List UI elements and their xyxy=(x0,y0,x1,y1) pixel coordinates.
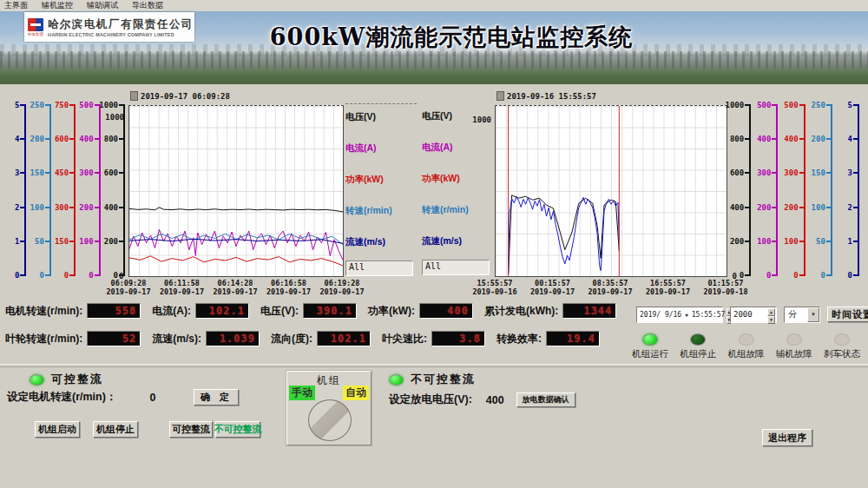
axis-tick-label: 500 xyxy=(757,101,771,109)
set-voltage-label: 设定放电电压(V): xyxy=(389,392,472,407)
axis-tick xyxy=(853,241,859,242)
legend-items: 电压(V)电流(A)功率(kW)转速(r/min)流速(m/s) xyxy=(345,104,417,248)
time-unit-value: 分 xyxy=(788,308,797,320)
confirm-button[interactable]: 确 定 xyxy=(194,389,239,406)
legend-all-selector[interactable]: All xyxy=(345,260,413,276)
unit-button[interactable]: 机组停止 xyxy=(93,421,138,438)
chart-canvas xyxy=(129,106,343,276)
legend-item[interactable]: 功率(kW) xyxy=(422,173,493,185)
plot-area-right[interactable]: 0 xyxy=(495,105,727,277)
menu-item[interactable]: 导出数据 xyxy=(132,0,163,11)
axis-tick xyxy=(826,104,832,106)
time-set-button[interactable]: 时间设置 xyxy=(827,307,868,322)
time-controls: 2019/ 9/16 ▼ 15:55:57 ▲▼ 2000 ▲▼ 分 ▼ 时间设… xyxy=(636,306,868,323)
legend-item[interactable]: 功率(kW) xyxy=(345,174,417,186)
legend-item[interactable]: 转速(r/min) xyxy=(345,205,417,217)
y-axis: 543210 xyxy=(5,105,30,275)
readout-field: 累计发电(kWh):1344 xyxy=(484,303,616,319)
axis-tick-label: 4 xyxy=(848,135,852,143)
y-axis: 543210 xyxy=(836,105,863,275)
legend-item[interactable]: 电压(V) xyxy=(345,111,417,123)
x-tick-time: 15:55:57 xyxy=(472,279,516,287)
readout-field: 电流(A):102.1 xyxy=(152,303,249,319)
duration-spinner[interactable]: ▲▼ xyxy=(767,308,775,321)
set-voltage-line: 设定放电电压(V): 400 放电数据确认 xyxy=(389,392,575,407)
axis-tick xyxy=(772,138,778,140)
set-voltage-value[interactable]: 400 xyxy=(486,394,504,406)
dropdown-arrow-icon[interactable]: ▼ xyxy=(683,312,690,318)
led-display: 52 xyxy=(87,331,141,346)
x-tick-time: 08:35:57 xyxy=(588,279,632,287)
menu-item[interactable]: 主界面 xyxy=(4,0,28,11)
axis-line xyxy=(749,105,751,275)
plot-area-left[interactable]: 1000 0 xyxy=(128,105,344,277)
axis-tick-label: 500 xyxy=(79,101,93,109)
axis-tick-label: 0 xyxy=(848,271,852,280)
menu-item[interactable]: 辅机监控 xyxy=(42,0,73,11)
status-label: 机组停止 xyxy=(680,348,716,360)
status-light: 刹车状态 xyxy=(819,333,865,360)
axis-tick xyxy=(799,138,806,140)
axis-tick-label: 100 xyxy=(30,203,44,212)
chart-legend-left: 电压(V)电流(A)功率(kW)转速(r/min)流速(m/s) All xyxy=(345,103,417,278)
axis-tick xyxy=(745,172,751,174)
axis-tick-label: 600 xyxy=(730,168,744,177)
legend-item[interactable]: 电流(A) xyxy=(345,142,417,155)
axis-tick-label: 750 xyxy=(55,101,69,109)
legend-item[interactable]: 转速(r/min) xyxy=(422,204,493,216)
unit-button[interactable]: 可控整流 xyxy=(169,421,213,438)
time-unit-select[interactable]: 分 ▼ xyxy=(784,307,820,323)
axis-tick xyxy=(745,138,751,140)
exit-button[interactable]: 退出程序 xyxy=(762,429,812,446)
set-speed-value[interactable]: 0 xyxy=(149,392,155,404)
workspace: 2019-09-17 06:09:28 54321025020015010050… xyxy=(0,84,868,488)
axis-tick xyxy=(826,241,832,242)
unit-button[interactable]: 机组启动 xyxy=(35,421,80,438)
axis-tick-label: 250 xyxy=(812,101,825,109)
axis-tick xyxy=(45,104,51,106)
axis-tick-label: 0 xyxy=(64,271,69,280)
scada-screen: 主界面辅机监控辅助调试导出数据 哈电集团 哈尔滨电机厂有限责任公司 HARBIN… xyxy=(0,0,868,488)
legend-all-selector[interactable]: All xyxy=(422,260,490,275)
x-axis-tick: 06:14:282019-09-17 xyxy=(213,279,257,296)
axis-tick xyxy=(772,104,778,106)
unit-button[interactable]: 不可控整流 xyxy=(215,421,260,438)
legend-item[interactable]: 电流(A) xyxy=(422,142,493,154)
x-tick-date: 2019-09-17 xyxy=(588,287,632,296)
manual-mode-label[interactable]: 手动 xyxy=(289,386,315,400)
axis-tick xyxy=(799,104,806,106)
legend-item[interactable]: 流速(m/s) xyxy=(345,236,417,248)
mode-knob[interactable] xyxy=(308,399,352,441)
datetime-picker[interactable]: 2019/ 9/16 ▼ 15:55:57 ▲▼ xyxy=(636,307,723,323)
x-tick-date: 2019-09-18 xyxy=(703,287,747,296)
axis-tick-label: 400 xyxy=(784,135,798,143)
cursor-grip-icon[interactable] xyxy=(130,91,138,101)
spin-up-icon[interactable]: ▲ xyxy=(767,308,775,316)
readout-label: 电流(A): xyxy=(152,304,191,319)
controlled-rectify-led-icon xyxy=(30,374,44,386)
menu-item[interactable]: 辅助调试 xyxy=(87,0,118,11)
uncontrolled-rectify-led-icon xyxy=(389,374,404,386)
axis-tick-label: 0 xyxy=(39,271,43,280)
readout-field: 功率(kW):400 xyxy=(368,303,473,319)
status-led-icon xyxy=(739,333,754,346)
dropdown-arrow-icon[interactable]: ▼ xyxy=(807,307,819,322)
discharge-confirm-button[interactable]: 放电数据确认 xyxy=(516,392,575,407)
axis-tick-label: 0 xyxy=(820,271,825,280)
duration-input[interactable]: 2000 ▲▼ xyxy=(730,307,777,323)
led-display: 400 xyxy=(419,303,473,319)
axis-tick xyxy=(119,172,125,174)
spin-down-icon[interactable]: ▼ xyxy=(767,316,775,324)
status-lights: 机组运行机组停止机组故障辅机故障刹车状态 xyxy=(628,333,865,360)
axis-line xyxy=(49,105,51,275)
status-light: 辅机故障 xyxy=(772,333,817,360)
legend-item[interactable]: 流速(m/s) xyxy=(422,235,493,247)
readout-field: 叶尖速比:3.8 xyxy=(382,331,485,346)
cursor-grip-icon[interactable] xyxy=(496,91,504,101)
x-tick-time: 00:15:57 xyxy=(530,279,575,287)
auto-mode-label[interactable]: 自动 xyxy=(343,386,369,400)
company-name-cn: 哈尔滨电机厂有限责任公司 xyxy=(48,17,194,32)
readout-field: 流速(m/s):1.039 xyxy=(152,331,260,346)
y-axis: 250200150100500 xyxy=(30,105,54,275)
axis-tick-label: 800 xyxy=(104,135,118,143)
